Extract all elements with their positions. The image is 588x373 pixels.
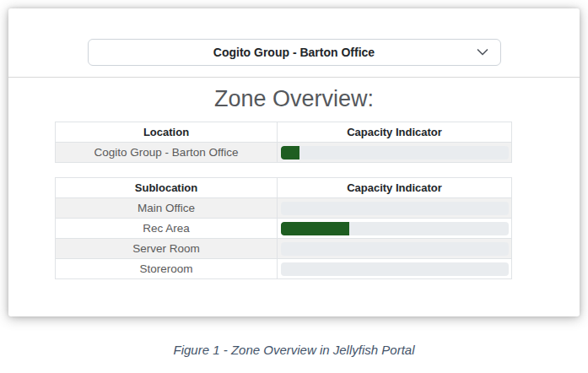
- sublocation-cell: Rec Area: [56, 219, 278, 239]
- figure-caption: Figure 1 - Zone Overview in Jellyfish Po…: [0, 343, 588, 357]
- capacity-bar-track: [281, 242, 509, 256]
- capacity-bar-track: [281, 222, 509, 235]
- table-row: Storeroom: [56, 259, 512, 279]
- table-row: Server Room: [56, 239, 512, 259]
- capacity-cell: [278, 259, 512, 279]
- table-row: Cogito Group - Barton Office: [56, 143, 512, 163]
- capacity-cell: [278, 239, 512, 259]
- capacity-cell: [278, 143, 512, 163]
- capacity-column-header: Capacity Indicator: [278, 122, 512, 143]
- table-row: Rec Area: [56, 219, 512, 239]
- sublocation-cell: Server Room: [56, 239, 278, 259]
- location-table: Location Capacity Indicator Cogito Group…: [55, 122, 512, 163]
- sublocation-column-header: Sublocation: [56, 178, 278, 198]
- zone-overview-card: Cogito Group - Barton Office Zone Overvi…: [8, 8, 580, 316]
- location-cell: Cogito Group - Barton Office: [56, 143, 278, 163]
- capacity-bar-fill: [281, 222, 349, 235]
- table-row: Main Office: [56, 198, 512, 219]
- location-column-header: Location: [56, 122, 278, 143]
- sublocation-cell: Main Office: [56, 198, 278, 219]
- location-table-header-row: Location Capacity Indicator: [56, 122, 512, 143]
- sublocation-table: Sublocation Capacity Indicator Main Offi…: [55, 177, 512, 279]
- location-select-value: Cogito Group - Barton Office: [213, 46, 375, 59]
- location-select[interactable]: Cogito Group - Barton Office: [88, 39, 501, 66]
- capacity-cell: [278, 219, 512, 239]
- sublocation-table-header-row: Sublocation Capacity Indicator: [56, 178, 512, 198]
- page-title: Zone Overview:: [8, 86, 580, 112]
- capacity-column-header: Capacity Indicator: [278, 178, 512, 198]
- sublocation-cell: Storeroom: [56, 259, 278, 279]
- capacity-bar-track: [281, 146, 509, 159]
- header-divider: [8, 77, 580, 78]
- capacity-cell: [278, 198, 512, 219]
- capacity-bar-track: [281, 202, 509, 215]
- capacity-bar-fill: [281, 146, 299, 159]
- capacity-bar-track: [281, 262, 509, 276]
- chevron-down-icon: [477, 49, 488, 57]
